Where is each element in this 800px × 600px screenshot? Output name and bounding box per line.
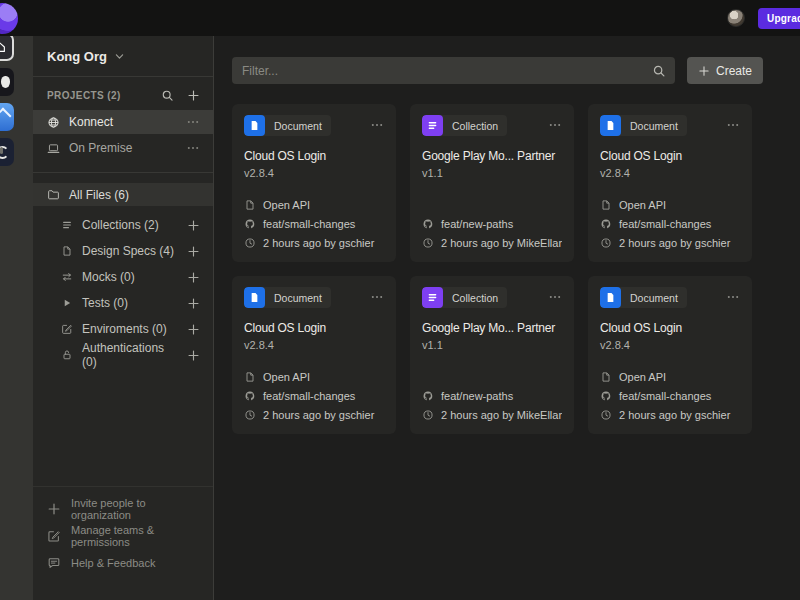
swap-arrows-icon xyxy=(61,271,73,283)
org-name: Kong Org xyxy=(47,49,107,64)
sidebar-file-item-mocks-0-[interactable]: Mocks (0) xyxy=(33,264,213,290)
card-meta-row: 2 hours ago by gschier xyxy=(244,405,384,424)
plus-icon xyxy=(47,502,61,516)
file-type-list: Collections (2) Design Specs (4) Mocks (… xyxy=(33,206,213,368)
card-title: Cloud OS Login xyxy=(600,149,740,163)
dock-app-icon[interactable] xyxy=(0,68,14,96)
sidebar-file-item-tests-0-[interactable]: Tests (0) xyxy=(33,290,213,316)
collection-icon xyxy=(422,115,443,136)
globe-icon xyxy=(47,116,60,129)
card-menu-icon[interactable] xyxy=(726,118,740,132)
collection-icon xyxy=(422,287,443,308)
sidebar-project-item-konnect[interactable]: Konnect xyxy=(33,110,213,134)
card-version: v2.8.4 xyxy=(600,339,740,351)
card-menu-icon[interactable] xyxy=(548,290,562,304)
plus-icon xyxy=(698,65,710,77)
card-meta-row: feat/new-paths xyxy=(422,386,562,405)
file-card[interactable]: Document Cloud OS Login v2.8.4 Open APIf… xyxy=(588,104,752,262)
card-menu-icon[interactable] xyxy=(370,290,384,304)
add-item-icon[interactable] xyxy=(187,271,200,284)
sidebar-file-item-enviroments-0-[interactable]: Enviroments (0) xyxy=(33,316,213,342)
add-item-icon[interactable] xyxy=(187,297,200,310)
sidebar: Kong Org PROJECTS (2) Konnect On Premise… xyxy=(33,36,214,600)
type-badge: Document xyxy=(600,115,687,136)
sidebar-footer-item[interactable]: Manage teams & permissions xyxy=(33,522,213,549)
add-item-icon[interactable] xyxy=(187,323,200,336)
card-meta-row: Open API xyxy=(600,367,740,386)
card-version: v2.8.4 xyxy=(244,167,384,179)
card-meta: Open APIfeat/small-changes2 hours ago by… xyxy=(244,195,384,252)
add-project-icon[interactable] xyxy=(187,89,200,102)
sidebar-file-item-authentications-0-[interactable]: Authentications (0) xyxy=(33,342,213,368)
top-bar: Upgrade xyxy=(0,0,800,36)
sidebar-footer-item[interactable]: Invite people to organization xyxy=(33,495,213,522)
card-meta-row: feat/small-changes xyxy=(600,214,740,233)
dock-indicator xyxy=(0,147,3,154)
filter-input[interactable] xyxy=(236,64,652,78)
avatar[interactable] xyxy=(727,9,745,27)
github-icon xyxy=(600,218,612,230)
item-menu-icon[interactable] xyxy=(186,115,200,129)
add-item-icon[interactable] xyxy=(187,245,200,258)
document-icon xyxy=(600,287,621,308)
type-badge: Document xyxy=(600,287,687,308)
card-menu-icon[interactable] xyxy=(548,118,562,132)
card-meta-row: 2 hours ago by gschier xyxy=(600,405,740,424)
laptop-icon xyxy=(47,142,60,155)
card-meta-row: 2 hours ago by MikeEllan... xyxy=(422,405,562,424)
listlines-icon xyxy=(61,219,73,231)
card-version: v1.1 xyxy=(422,339,562,351)
search-icon[interactable] xyxy=(161,89,174,102)
add-item-icon[interactable] xyxy=(187,219,200,232)
type-badge: Document xyxy=(244,115,331,136)
insomnia-logo-icon xyxy=(0,3,18,34)
card-meta-row: feat/small-changes xyxy=(244,386,384,405)
card-version: v1.1 xyxy=(422,167,562,179)
file-card[interactable]: Document Cloud OS Login v2.8.4 Open APIf… xyxy=(588,276,752,434)
sidebar-file-item-collections-2-[interactable]: Collections (2) xyxy=(33,212,213,238)
create-label: Create xyxy=(716,64,752,78)
sidebar-footer-item[interactable]: Help & Feedback xyxy=(33,549,213,576)
sidebar-file-item-design-specs-4-[interactable]: Design Specs (4) xyxy=(33,238,213,264)
clock-icon xyxy=(600,409,612,421)
card-meta-text: Open API xyxy=(619,199,666,211)
dock-app-icon-home[interactable] xyxy=(0,33,14,61)
sidebar-item-all-files[interactable]: All Files (6) xyxy=(33,183,213,206)
card-meta-text: feat/small-changes xyxy=(619,390,711,402)
filedoc-icon xyxy=(600,371,612,383)
upgrade-button[interactable]: Upgrade xyxy=(758,8,800,29)
github-icon xyxy=(422,218,434,230)
card-meta-text: 2 hours ago by gschier xyxy=(619,409,730,421)
type-badge: Collection xyxy=(422,287,507,308)
filedoc-icon xyxy=(244,199,256,211)
card-menu-icon[interactable] xyxy=(726,290,740,304)
lock-icon xyxy=(61,349,73,361)
projects-header: PROJECTS (2) xyxy=(33,77,213,108)
org-switcher[interactable]: Kong Org xyxy=(33,36,213,77)
dock-app-icon[interactable] xyxy=(0,103,14,131)
app-window: Upgrade Kong Org PROJECTS (2) Konnect On… xyxy=(0,0,800,600)
github-icon xyxy=(244,218,256,230)
create-button[interactable]: Create xyxy=(687,57,763,84)
folder-icon xyxy=(47,188,60,201)
card-meta: Open APIfeat/small-changes2 hours ago by… xyxy=(600,367,740,424)
card-meta-text: Open API xyxy=(619,371,666,383)
card-meta-text: 2 hours ago by gschier xyxy=(619,237,730,249)
document-icon xyxy=(244,115,265,136)
filedoc-icon xyxy=(244,371,256,383)
file-card[interactable]: Collection Google Play Mo... Partner v1.… xyxy=(410,104,574,262)
add-item-icon[interactable] xyxy=(187,349,200,362)
main-content: Create Document Cloud OS Login v2.8.4 Op… xyxy=(214,36,800,600)
card-version: v2.8.4 xyxy=(244,339,384,351)
file-card[interactable]: Document Cloud OS Login v2.8.4 Open APIf… xyxy=(232,104,396,262)
item-menu-icon[interactable] xyxy=(186,141,200,155)
file-card[interactable]: Collection Google Play Mo... Partner v1.… xyxy=(410,276,574,434)
file-card[interactable]: Document Cloud OS Login v2.8.4 Open APIf… xyxy=(232,276,396,434)
card-menu-icon[interactable] xyxy=(370,118,384,132)
card-title: Google Play Mo... Partner xyxy=(422,149,562,163)
card-meta-text: feat/small-changes xyxy=(263,218,355,230)
sidebar-project-item-on-premise[interactable]: On Premise xyxy=(33,136,213,160)
card-version: v2.8.4 xyxy=(600,167,740,179)
sidebar-footer: Invite people to organization Manage tea… xyxy=(33,486,213,600)
card-meta: feat/new-paths2 hours ago by MikeEllan..… xyxy=(422,386,562,424)
